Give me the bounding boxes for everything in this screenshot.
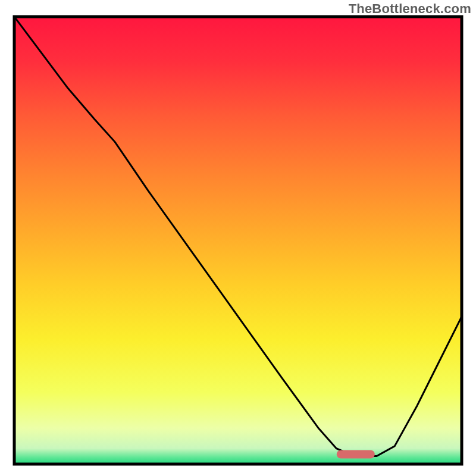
watermark-text: TheBottleneck.com xyxy=(349,1,471,17)
gradient-background xyxy=(14,17,462,464)
bottleneck-chart xyxy=(0,0,476,476)
optimal-marker xyxy=(337,450,375,459)
chart-container: TheBottleneck.com xyxy=(0,0,476,476)
